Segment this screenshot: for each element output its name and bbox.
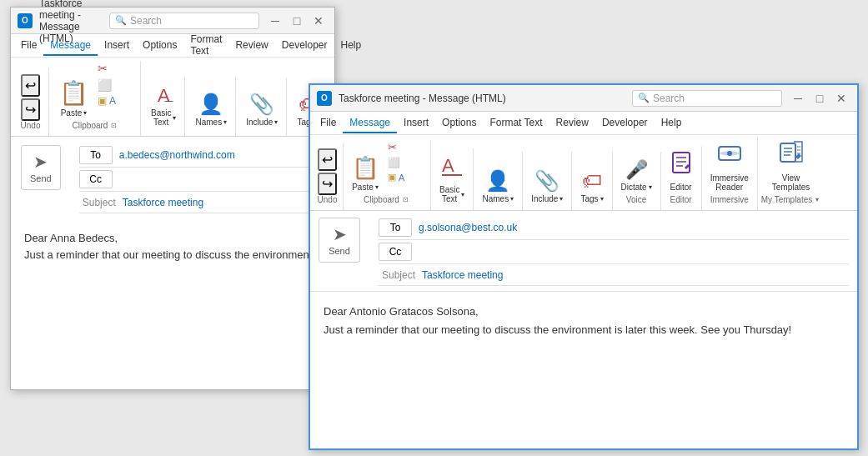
editor-btn-2[interactable]: Editor	[665, 146, 698, 195]
basictext-btn-2[interactable]: A BasicText ▾	[434, 148, 469, 207]
include-icon-2: 📎	[534, 169, 559, 193]
copy-btn-2[interactable]: ⬜	[385, 156, 427, 169]
names-btn-1[interactable]: 👤 Names ▾	[190, 89, 232, 130]
close-btn-1[interactable]: ✕	[309, 12, 328, 30]
body-line2-1: Just a reminder that our meeting to disc…	[24, 247, 331, 263]
tags-items-2: 🏷 Tags ▾	[575, 152, 608, 207]
svg-rect-2	[673, 153, 690, 173]
basictext-items-2: A BasicText ▾	[434, 148, 469, 207]
subject-value-1[interactable]: Taskforce meeting	[123, 197, 324, 208]
send-arrow-icon-1: ➤	[33, 152, 48, 172]
ribbon-group-include-1: 📎 Include ▾	[238, 78, 287, 136]
basictext-icon-1: A—	[158, 85, 170, 107]
ribbon-group-clipboard-1: 📋 Paste ▾ ✂ ⬜ ▣ A	[51, 61, 141, 136]
paste-btn-2[interactable]: 📋 Paste ▾	[347, 152, 384, 195]
names-icon-1: 👤	[198, 93, 223, 116]
ribbon-2: ↩ ↪ Undo 📋 Paste ▾ ✂ ⬜	[310, 135, 857, 211]
title-bar-1: O Taskforce meeting - Message (HTML) 🔍 S…	[11, 8, 334, 34]
editor-group-label-2: Editor	[670, 195, 692, 207]
immersive-btn-2[interactable]: ImmersiveReader	[705, 137, 754, 195]
minimize-btn-1[interactable]: ─	[266, 12, 284, 30]
menu-options-2[interactable]: Options	[435, 113, 483, 133]
title-search-1[interactable]: 🔍 Search	[109, 13, 259, 29]
tags-btn-2[interactable]: 🏷 Tags ▾	[575, 166, 608, 207]
maximize-btn-1[interactable]: □	[288, 12, 306, 30]
cc-btn-2[interactable]: Cc	[379, 243, 412, 261]
compose-area-1: ➤ Send To a.bedecs@northwind.com Cc Subj…	[11, 137, 334, 220]
names-items-2: 👤 Names ▾	[477, 152, 519, 207]
templates-label-2: ViewTemplates	[772, 173, 810, 192]
outlook-icon-2: O	[317, 91, 332, 106]
body-area-1[interactable]: Dear Anna Bedecs, Just a reminder that o…	[11, 220, 334, 273]
maximize-btn-2[interactable]: □	[810, 89, 829, 108]
title-search-2[interactable]: 🔍 Search	[632, 90, 782, 107]
menu-review-2[interactable]: Review	[549, 113, 595, 133]
send-button-2[interactable]: ➤ Send	[319, 218, 360, 263]
menu-developer-2[interactable]: Developer	[595, 113, 655, 133]
editor-label-2: Editor	[670, 183, 692, 192]
menu-format-2[interactable]: Format Text	[483, 113, 549, 133]
menu-help-1[interactable]: Help	[334, 36, 369, 56]
names-btn-2[interactable]: 👤 Names ▾	[477, 166, 519, 207]
paste-btn-1[interactable]: 📋 Paste ▾	[54, 76, 93, 121]
redo-btn-2[interactable]: ↪	[318, 173, 337, 195]
close-btn-2[interactable]: ✕	[832, 89, 850, 108]
search-placeholder-1: Search	[130, 15, 162, 27]
search-icon-2: 🔍	[638, 93, 650, 103]
menu-review-1[interactable]: Review	[228, 36, 274, 56]
menu-format-1[interactable]: Format Text	[183, 30, 228, 62]
paste-label-1: Paste ▾	[61, 108, 88, 118]
templates-btn-2[interactable]: ViewTemplates	[767, 137, 815, 195]
ribbon-group-editor-2: Editor Editor	[661, 146, 702, 210]
cut-btn-1[interactable]: ✂	[95, 61, 137, 76]
redo-btn-1[interactable]: ↪	[21, 98, 40, 121]
ribbon-group-names-2: 👤 Names ▾	[474, 152, 523, 210]
paste-label-2: Paste ▾	[352, 183, 379, 192]
menu-message-2[interactable]: Message	[343, 113, 397, 133]
ribbon-group-immersive-2: ImmersiveReader Immersive	[702, 137, 758, 210]
my-templates-expand-2[interactable]: ▾	[814, 196, 820, 203]
menu-insert-1[interactable]: Insert	[98, 36, 136, 56]
menu-message-1[interactable]: Message	[43, 36, 98, 56]
undo-items-2: ↩ ↪	[318, 143, 337, 195]
immersive-group-label-2: Immersive	[710, 195, 749, 207]
minimize-btn-2[interactable]: ─	[789, 89, 807, 108]
cut-btn-2[interactable]: ✂	[385, 140, 427, 154]
menu-file-1[interactable]: File	[14, 36, 43, 56]
paste-spec-btn-1[interactable]: ▣ A	[95, 94, 137, 108]
include-items-1: 📎 Include ▾	[241, 78, 283, 130]
undo-btn-1[interactable]: ↩	[21, 74, 40, 97]
undo-btn-2[interactable]: ↩	[318, 148, 337, 171]
send-label-text-2: Send	[329, 246, 350, 256]
menu-help-2[interactable]: Help	[655, 113, 689, 133]
cc-row-2: Cc	[379, 240, 849, 264]
paste-special-icon-2: ▣	[388, 172, 396, 183]
include-btn-2[interactable]: 📎 Include ▾	[526, 166, 568, 207]
send-button-1[interactable]: ➤ Send	[21, 145, 61, 190]
dictate-label-2: Dictate ▾	[621, 183, 652, 192]
cc-btn-1[interactable]: Cc	[79, 170, 113, 188]
menu-developer-1[interactable]: Developer	[275, 36, 334, 56]
basictext-btn-1[interactable]: A— BasicText ▾	[146, 82, 181, 130]
templates-items-2: ViewTemplates	[767, 137, 815, 195]
copy-btn-1[interactable]: ⬜	[95, 78, 137, 93]
dictate-btn-2[interactable]: 🎤 Dictate ▾	[616, 156, 657, 195]
subject-label-1: Subject	[83, 197, 116, 208]
paste-spec-btn-2[interactable]: ▣ A	[385, 171, 427, 183]
subject-value-2[interactable]: Taskforce meeting	[422, 269, 849, 281]
names-icon-2: 👤	[485, 169, 510, 193]
to-btn-1[interactable]: To	[79, 146, 113, 164]
menu-options-1[interactable]: Options	[136, 36, 183, 56]
basictext-label-1: BasicText ▾	[151, 108, 176, 127]
clipboard-expand-2[interactable]: ⊡	[401, 196, 410, 203]
include-btn-1[interactable]: 📎 Include ▾	[241, 89, 283, 130]
basictext-label-2: BasicText ▾	[439, 185, 464, 203]
ribbon-group-undo-1: ↩ ↪ Undo	[16, 68, 49, 136]
clipboard-expand-1[interactable]: ⊡	[109, 122, 118, 129]
tags-label-2: Tags ▾	[580, 194, 603, 203]
menu-file-2[interactable]: File	[314, 113, 343, 133]
menu-insert-2[interactable]: Insert	[397, 113, 435, 133]
svg-rect-8	[780, 143, 795, 162]
body-area-2[interactable]: Dear Antonio Gratacos Solsona, Just a re…	[310, 292, 857, 349]
to-btn-2[interactable]: To	[379, 218, 412, 237]
